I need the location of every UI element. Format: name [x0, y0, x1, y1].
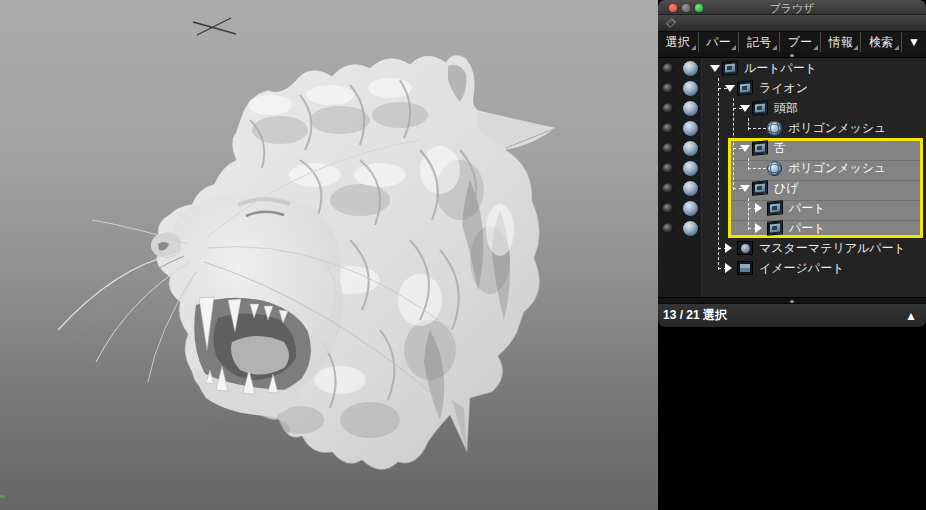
image-part-icon	[737, 261, 753, 275]
expand-arrow-icon[interactable]	[740, 105, 752, 112]
polygon-mesh-icon	[767, 161, 782, 176]
tree-row-tongue[interactable]: 舌	[658, 138, 926, 158]
visibility-eye-icon[interactable]	[662, 83, 674, 93]
tree-row-label[interactable]: パート	[789, 200, 826, 217]
tree-row-label[interactable]: ライオン	[759, 80, 808, 97]
render-flag-icon[interactable]	[683, 161, 698, 176]
visibility-eye-icon[interactable]	[662, 123, 674, 133]
tab-search[interactable]: 検索	[861, 32, 902, 52]
render-flag-icon[interactable]	[683, 221, 698, 236]
manipulator-crosshair-icon	[193, 18, 236, 35]
tab-boolean[interactable]: ブー	[780, 32, 821, 52]
part-icon	[752, 100, 768, 115]
tree-row-label[interactable]: パート	[789, 220, 826, 237]
panel-title: ブラウザ	[658, 1, 926, 16]
tree-row-image-part[interactable]: イメージパート	[658, 258, 926, 278]
render-flag-icon[interactable]	[683, 181, 698, 196]
part-icon	[752, 180, 768, 195]
application-window: ブラウザ 選択 パー 記号 ブー 情報 検索 ▼	[0, 0, 926, 510]
tree-row-polygon-mesh[interactable]: ポリゴンメッシュ	[658, 158, 926, 178]
render-flag-icon[interactable]	[683, 81, 698, 96]
part-icon	[722, 60, 738, 75]
master-material-part-icon	[737, 241, 753, 255]
browser-panel: ブラウザ 選択 パー 記号 ブー 情報 検索 ▼	[658, 0, 926, 510]
render-flag-icon[interactable]	[683, 201, 698, 216]
tree-row-root-part[interactable]: ルートパート	[658, 58, 926, 78]
part-icon	[767, 220, 783, 235]
render-flag-icon[interactable]	[683, 61, 698, 76]
axis-indicator	[0, 495, 5, 498]
tree-row-label[interactable]: ルートパート	[744, 60, 817, 77]
lion-head-model[interactable]	[0, 0, 658, 510]
render-flag-icon[interactable]	[683, 141, 698, 156]
visibility-eye-icon[interactable]	[662, 183, 674, 193]
hierarchy-tree: ルートパート ライオン 頭部	[658, 58, 926, 297]
tab-info[interactable]: 情報	[821, 32, 862, 52]
visibility-eye-icon[interactable]	[662, 163, 674, 173]
tree-row-label[interactable]: ポリゴンメッシュ	[788, 120, 886, 137]
tree-row-part[interactable]: パート	[658, 198, 926, 218]
expand-arrow-icon[interactable]	[710, 65, 722, 72]
render-flag-icon[interactable]	[683, 121, 698, 136]
browser-tab-bar: 選択 パー 記号 ブー 情報 検索 ▼	[658, 32, 926, 52]
expand-arrow-icon[interactable]	[725, 85, 737, 92]
tab-part[interactable]: パー	[699, 32, 740, 52]
tree-row-polygon-mesh[interactable]: ポリゴンメッシュ	[658, 118, 926, 138]
tree-row-label[interactable]: ひげ	[774, 180, 799, 197]
tab-symbol[interactable]: 記号	[739, 32, 780, 52]
panel-titlebar[interactable]: ブラウザ	[658, 0, 926, 15]
tree-row-label[interactable]: マスターマテリアルパート	[759, 240, 906, 257]
3d-viewport[interactable]	[0, 0, 658, 510]
tree-row-label[interactable]: 頭部	[774, 100, 798, 117]
visibility-eye-icon[interactable]	[662, 103, 674, 113]
tree-row-label[interactable]: イメージパート	[759, 260, 844, 277]
tree-row-lion[interactable]: ライオン	[658, 78, 926, 98]
panel-toolbar	[658, 15, 926, 32]
visibility-eye-icon[interactable]	[662, 143, 674, 153]
render-flag-icon[interactable]	[683, 101, 698, 116]
divider-grip-icon[interactable]	[790, 300, 794, 303]
part-icon	[767, 200, 783, 215]
tree-row-label[interactable]: ポリゴンメッシュ	[788, 160, 886, 177]
polygon-mesh-icon	[767, 121, 782, 136]
collapse-arrow-icon[interactable]	[755, 223, 767, 233]
tree-row-head[interactable]: 頭部	[658, 98, 926, 118]
visibility-eye-icon[interactable]	[662, 203, 674, 213]
visibility-eye-icon[interactable]	[662, 223, 674, 233]
tree-row-label[interactable]: 舌	[774, 140, 786, 157]
tab-selection[interactable]: 選択	[658, 32, 699, 52]
part-icon	[737, 80, 753, 95]
status-bar: 13 / 21 選択 ▲	[658, 304, 926, 327]
panel-divider[interactable]	[658, 297, 926, 304]
collapse-triangle-icon[interactable]: ▲	[905, 309, 917, 323]
collapse-arrow-icon[interactable]	[725, 243, 737, 253]
collapse-arrow-icon[interactable]	[725, 263, 737, 273]
part-icon	[752, 140, 768, 155]
divider-grip-icon[interactable]	[790, 54, 794, 57]
tab-overflow-menu-icon[interactable]: ▼	[902, 32, 926, 52]
panel-knob-icon[interactable]	[666, 18, 676, 28]
collapse-arrow-icon[interactable]	[755, 203, 767, 213]
selection-count: 13 / 21 選択	[663, 307, 727, 324]
expand-arrow-icon[interactable]	[740, 185, 752, 192]
tree-row-whiskers[interactable]: ひげ	[658, 178, 926, 198]
tree-row-part[interactable]: パート	[658, 218, 926, 238]
expand-arrow-icon[interactable]	[740, 145, 752, 152]
tree-row-master-material-part[interactable]: マスターマテリアルパート	[658, 238, 926, 258]
visibility-eye-icon[interactable]	[662, 63, 674, 73]
